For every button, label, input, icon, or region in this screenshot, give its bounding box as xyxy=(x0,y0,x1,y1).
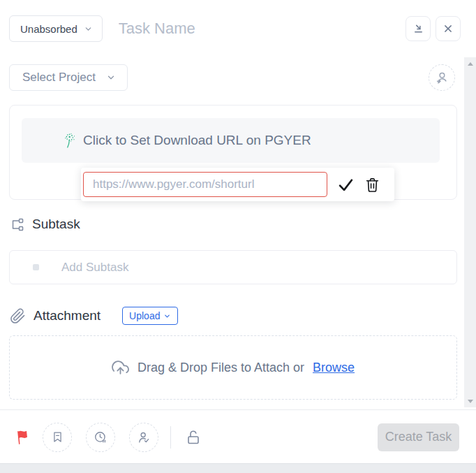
pgyer-banner-text: Click to Set Download URL on PGYER xyxy=(83,133,311,148)
collapse-icon xyxy=(412,22,425,36)
create-task-modal: Unabsorbed Select Project xyxy=(0,0,476,473)
bookmark-button[interactable] xyxy=(43,423,72,452)
unlock-icon xyxy=(185,429,202,446)
attachment-heading: Attachment Upload xyxy=(10,307,178,325)
clock-pause-icon xyxy=(94,430,107,444)
chevron-down-icon xyxy=(84,24,93,34)
chevron-down-icon xyxy=(106,73,116,82)
task-name-input[interactable] xyxy=(117,19,399,38)
scroll-down-arrow-icon[interactable] xyxy=(464,397,476,405)
time-estimate-button[interactable] xyxy=(86,423,115,452)
scroll-up-arrow-icon[interactable] xyxy=(464,59,476,68)
subtask-tree-icon xyxy=(10,217,24,232)
download-url-input[interactable] xyxy=(83,172,327,197)
subtask-bullet-icon xyxy=(33,264,39,270)
project-row: Select Project xyxy=(9,64,455,91)
confirm-url-button[interactable] xyxy=(334,173,357,196)
person-check-icon xyxy=(137,430,151,444)
pgyer-url-banner[interactable]: Click to Set Download URL on PGYER xyxy=(22,118,440,163)
project-select-label: Select Project xyxy=(22,71,96,85)
checkmark-icon xyxy=(336,175,355,194)
chevron-down-icon xyxy=(163,312,171,320)
priority-flag-button[interactable] xyxy=(14,429,31,446)
assignee-button[interactable] xyxy=(129,423,158,452)
close-button[interactable] xyxy=(436,16,461,41)
window-bottom-strip xyxy=(0,463,476,473)
cloud-upload-icon xyxy=(112,359,129,377)
privacy-lock-button[interactable] xyxy=(183,427,204,448)
window-controls xyxy=(406,16,461,41)
toolbar-divider xyxy=(170,426,171,449)
bookmark-icon xyxy=(51,430,64,444)
create-task-button[interactable]: Create Task xyxy=(378,423,459,451)
add-subtask-row[interactable] xyxy=(9,250,457,284)
delete-url-button[interactable] xyxy=(361,173,383,196)
subtask-title: Subtask xyxy=(32,217,80,232)
status-select[interactable]: Unabsorbed xyxy=(9,15,103,42)
modal-header: Unabsorbed xyxy=(9,15,461,42)
upload-label: Upload xyxy=(129,310,160,321)
vertical-scrollbar[interactable] xyxy=(464,57,476,407)
upload-button[interactable]: Upload xyxy=(122,307,178,325)
paperclip-icon xyxy=(10,308,26,324)
red-flag-icon xyxy=(15,429,31,445)
status-select-label: Unabsorbed xyxy=(20,23,77,35)
footer-toolbar: Create Task xyxy=(0,410,476,464)
project-select[interactable]: Select Project xyxy=(9,64,128,91)
dropzone-text: Drag & Drop Files to Attach or xyxy=(137,361,304,375)
browse-link[interactable]: Browse xyxy=(313,361,355,375)
assign-user-button[interactable] xyxy=(429,64,455,91)
trash-icon xyxy=(364,177,380,193)
close-icon xyxy=(442,22,454,35)
subtask-heading: Subtask xyxy=(10,217,80,232)
download-url-card: Click to Set Download URL on PGYER xyxy=(9,105,457,200)
add-subtask-input[interactable] xyxy=(60,260,456,275)
attachment-title: Attachment xyxy=(34,308,101,323)
url-popover xyxy=(81,168,394,201)
person-add-icon xyxy=(434,70,449,85)
dandelion-icon xyxy=(61,133,75,148)
file-dropzone[interactable]: Drag & Drop Files to Attach or Browse xyxy=(9,335,457,400)
collapse-window-button[interactable] xyxy=(406,16,431,41)
